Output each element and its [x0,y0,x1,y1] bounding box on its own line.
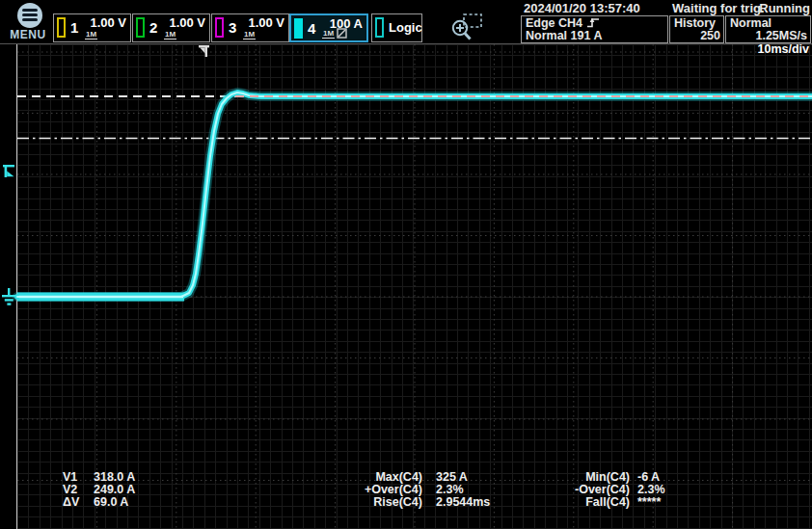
cursor-dv-value: 69.0 A [94,496,128,509]
channel-2-scale: 1.00 V [169,15,205,30]
top-toolbar: MENU 1 1.00 V 1M 2 1.00 V 1M 3 1.00 V 1M… [0,0,812,43]
channel-4-number: 4 [308,20,315,37]
logic-label: Logic [389,20,422,35]
channel-4-color-bar [294,18,303,39]
trigger-position-icon[interactable] [198,44,211,59]
menu-button[interactable]: MENU [6,1,50,43]
rising-edge-icon [586,16,600,28]
history-box[interactable]: History 250 [669,15,724,43]
current-probe-icon [337,28,347,39]
channel-4-button[interactable]: 4 100 A 1M [289,13,368,42]
oscilloscope-screen: 10ms/div MENU 1 1.00 V 1M [0,0,812,529]
acquisition-mode-label: Normal [730,16,771,30]
timebase-label: 10ms/div [757,42,809,56]
history-value: 250 [700,29,720,42]
trigger-level-icon[interactable] [3,164,17,179]
trigger-type-label: Edge CH4 [526,16,582,30]
channel-2-number: 2 [149,19,157,36]
channel-1-color-bar [57,17,66,38]
logic-color-bar [375,17,384,38]
fall-value: ***** [637,496,661,509]
zoom-search-icon [449,13,486,42]
trigger-wait-status: Waiting for trig. [672,1,765,14]
plot-area[interactable] [17,44,812,529]
datetime-label: 2024/01/20 13:57:40 [524,1,640,14]
channel-2-color-bar [136,17,145,38]
acquisition-box[interactable]: Normal 1.25MS/s [725,15,811,43]
ground-level-icon[interactable] [1,288,17,306]
channel-3-color-bar [215,17,224,38]
channel-1-button[interactable]: 1 1.00 V 1M [53,13,131,42]
rise-label: Rise(C4) [328,496,422,509]
channel-2-coupling-icon: 1M [164,31,176,40]
logic-button[interactable]: Logic [371,13,422,42]
trigger-mode-label: Normal 191 A [526,29,602,42]
cursor-dv-label: ΔV [63,496,79,509]
rise-value: 2.9544ms [436,496,490,509]
hamburger-menu-icon [17,3,42,28]
zoom-search-button[interactable] [449,13,486,42]
channel-4-coupling-icon: 1M [322,30,335,39]
history-label: History [674,16,716,30]
run-state-label: Running [759,1,810,14]
plot-left-border [16,44,17,529]
channel-2-button[interactable]: 2 1.00 V 1M [132,13,210,42]
channel-1-coupling-icon: 1M [85,31,97,40]
fall-label: Fall(C4) [535,496,630,509]
channel-3-scale: 1.00 V [248,15,284,30]
channel-3-button[interactable]: 3 1.00 V 1M [211,13,289,42]
menu-label: MENU [6,28,50,41]
channel-1-number: 1 [70,19,78,36]
toolbar-separator [0,43,812,44]
trigger-settings-box[interactable]: Edge CH4 Normal 191 A [521,15,668,43]
channel-3-number: 3 [229,19,236,36]
sample-rate-label: 1.25MS/s [755,29,807,42]
channel-1-scale: 1.00 V [90,15,126,30]
channel-3-coupling-icon: 1M [243,31,256,40]
